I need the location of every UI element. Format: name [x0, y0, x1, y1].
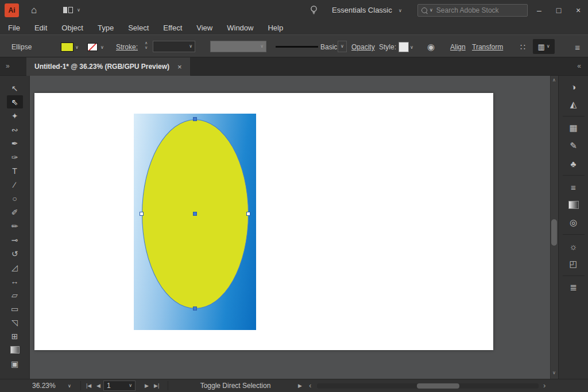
color-panel-icon[interactable]: ◑: [565, 80, 582, 93]
recolor-artwork-icon[interactable]: ◉: [427, 42, 435, 52]
tool-line-segment[interactable]: ∕: [7, 178, 23, 191]
transform-link[interactable]: Transform: [472, 43, 503, 51]
scroll-right-icon[interactable]: ›: [543, 381, 546, 390]
brushes-panel-icon[interactable]: ✎: [565, 139, 582, 152]
anchor-handle-top[interactable]: [193, 117, 197, 121]
document-tab-title: Untitled-1* @ 36.23% (RGB/GPU Preview): [34, 63, 169, 71]
chevron-down-icon[interactable]: ∨: [100, 45, 104, 50]
scroll-up-icon[interactable]: ∧: [550, 77, 558, 83]
vertical-scrollbar-thumb[interactable]: [551, 219, 557, 246]
menu-edit[interactable]: Edit: [34, 24, 47, 32]
tool-magic-wand[interactable]: ✦: [7, 109, 23, 122]
stepper-down-icon[interactable]: ∨: [145, 45, 148, 49]
variable-width-profile-label[interactable]: Basic: [320, 43, 337, 51]
tool-type[interactable]: T: [7, 164, 23, 177]
tool-width[interactable]: ↔: [7, 274, 23, 288]
scroll-left-icon[interactable]: ‹: [309, 381, 311, 390]
tool-color-controls[interactable]: ▣: [7, 357, 23, 370]
stroke-color-swatch[interactable]: [87, 43, 98, 51]
appearance-panel-icon[interactable]: ☼: [565, 240, 582, 253]
document-tab[interactable]: Untitled-1* @ 36.23% (RGB/GPU Preview) ×: [26, 57, 191, 76]
stepper-up-icon[interactable]: ∧: [145, 41, 148, 45]
control-panel-menu-icon[interactable]: ≡: [575, 42, 580, 52]
close-button[interactable]: ×: [568, 0, 588, 21]
chevron-down-icon[interactable]: ∨: [399, 9, 402, 13]
discover-lightbulb-icon[interactable]: [310, 5, 318, 17]
collapse-left-icon[interactable]: «: [577, 62, 581, 70]
home-icon[interactable]: ⌂: [31, 5, 37, 16]
menu-type[interactable]: Type: [98, 24, 114, 32]
tool-free-transform[interactable]: ▱: [7, 288, 23, 301]
align-link[interactable]: Align: [450, 43, 466, 51]
transparency-panel-icon[interactable]: ◎: [565, 216, 582, 229]
previous-artboard-button[interactable]: ◀: [96, 383, 100, 389]
tool-shaper[interactable]: ✏: [7, 219, 23, 232]
arrange-documents-icon[interactable]: ∨: [63, 7, 80, 13]
tool-ellipse[interactable]: ○: [7, 192, 23, 205]
tool-artboard[interactable]: ▭: [7, 302, 23, 315]
fill-color-swatch[interactable]: [61, 42, 74, 52]
layers-panel-icon[interactable]: ≣: [565, 281, 582, 294]
collapse-right-icon[interactable]: »: [6, 62, 10, 70]
tool-eyedropper[interactable]: ⊸: [7, 233, 23, 246]
horizontal-scrollbar-thumb[interactable]: [417, 383, 459, 389]
graphic-styles-panel-icon[interactable]: ◰: [565, 258, 582, 270]
statusbar-separator: [80, 381, 81, 390]
maximize-button[interactable]: □: [549, 0, 568, 21]
tool-paintbrush[interactable]: ✐: [7, 205, 23, 219]
tool-perspective-grid[interactable]: ◹: [7, 316, 23, 329]
tool-gradient[interactable]: [7, 343, 23, 356]
opacity-link[interactable]: Opacity: [351, 43, 375, 51]
adobe-stock-search[interactable]: ∨: [417, 4, 528, 17]
stroke-link[interactable]: Stroke:: [116, 43, 138, 51]
anchor-handle-right[interactable]: [246, 212, 250, 216]
workspace-switcher[interactable]: Essentials Classic: [332, 6, 392, 14]
artboard[interactable]: [34, 93, 493, 350]
tool-pen[interactable]: ✒: [7, 137, 23, 150]
search-input[interactable]: [435, 6, 524, 15]
menu-effect[interactable]: Effect: [163, 24, 182, 32]
stroke-weight-combo[interactable]: ∨: [153, 41, 195, 52]
tool-selection[interactable]: ↖: [7, 81, 23, 95]
menu-view[interactable]: View: [196, 24, 212, 32]
center-point-handle[interactable]: [193, 212, 197, 216]
stroke-weight-stepper[interactable]: ∧ ∨: [145, 41, 148, 49]
variable-width-profile-combo[interactable]: ∨: [338, 41, 347, 52]
menu-file[interactable]: File: [8, 24, 20, 32]
last-artboard-button[interactable]: ▶|: [154, 383, 159, 389]
stroke-panel-icon[interactable]: ≡: [565, 181, 582, 193]
symbols-panel-icon[interactable]: ♣: [565, 157, 582, 170]
tool-curvature[interactable]: ✑: [7, 150, 23, 164]
menu-object[interactable]: Object: [61, 24, 83, 32]
swatches-panel-icon[interactable]: ▦: [565, 122, 582, 134]
tool-rotate[interactable]: ↺: [7, 247, 23, 260]
tool-scale[interactable]: ◿: [7, 261, 23, 274]
chevron-down-icon[interactable]: ∨: [129, 383, 132, 388]
tool-mesh[interactable]: ⊞: [7, 329, 23, 343]
isolate-selection-button[interactable]: ▥ ∨: [533, 39, 555, 54]
gradient-panel-icon[interactable]: [565, 199, 582, 211]
chevron-down-icon[interactable]: ∨: [410, 45, 413, 50]
tool-lasso[interactable]: ∾: [7, 123, 23, 136]
align-options-icon[interactable]: ∷: [520, 42, 526, 52]
graphic-style-swatch[interactable]: [399, 42, 409, 52]
tool-direct-selection[interactable]: ⇖: [7, 95, 23, 108]
anchor-handle-left[interactable]: [140, 212, 144, 216]
menu-help[interactable]: Help: [268, 24, 283, 32]
mesh-icon: ⊞: [11, 332, 18, 341]
anchor-handle-bottom[interactable]: [193, 306, 197, 311]
color-guide-panel-icon[interactable]: ◭: [565, 98, 582, 111]
menu-window[interactable]: Window: [227, 24, 253, 32]
zoom-level[interactable]: 36.23%: [32, 382, 56, 390]
first-artboard-button[interactable]: |◀: [86, 383, 91, 389]
minimize-button[interactable]: –: [529, 0, 549, 21]
zoom-dropdown-icon[interactable]: ∨: [68, 384, 71, 389]
status-expand-icon[interactable]: ▶: [298, 383, 302, 389]
brush-definition-combo[interactable]: ∨: [210, 41, 266, 52]
menu-select[interactable]: Select: [128, 24, 149, 32]
next-artboard-button[interactable]: ▶: [145, 383, 149, 389]
tab-close-icon[interactable]: ×: [177, 63, 182, 71]
chevron-down-icon[interactable]: ∨: [75, 45, 79, 50]
artboard-navigation-field[interactable]: 1 ∨: [103, 381, 136, 391]
scroll-down-icon[interactable]: ∨: [550, 370, 558, 375]
